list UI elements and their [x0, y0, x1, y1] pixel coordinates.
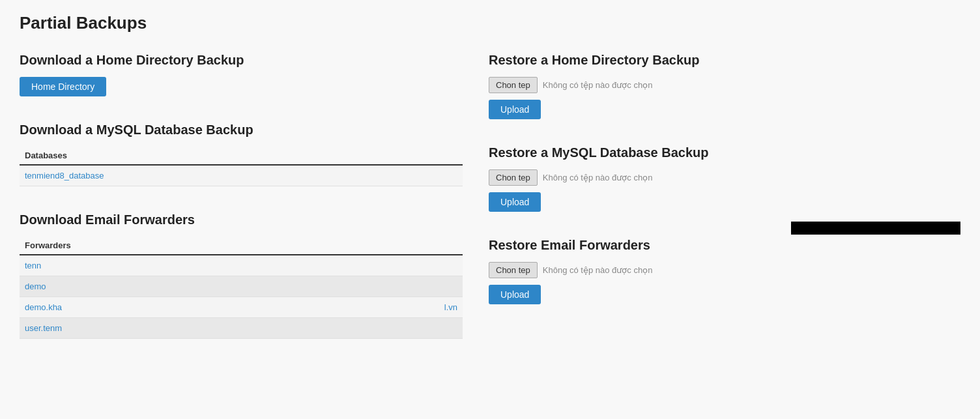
- mysql-file-input-row: Chon tep Không có tệp nào được chọn: [489, 169, 960, 186]
- home-dir-no-file-label: Không có tệp nào được chọn: [543, 80, 653, 90]
- email-forwarders-download-heading: Download Email Forwarders: [20, 212, 463, 227]
- table-row[interactable]: user.tenm: [20, 318, 463, 339]
- forwarder-row-col1: demo: [25, 282, 46, 291]
- table-row[interactable]: tenn: [20, 255, 463, 276]
- mysql-restore-heading: Restore a MySQL Database Backup: [489, 145, 960, 160]
- home-directory-button[interactable]: Home Directory: [20, 77, 106, 96]
- forwarder-row-col1: user.tenm: [25, 323, 62, 333]
- mysql-upload-button[interactable]: Upload: [489, 192, 541, 212]
- forwarder-row-col1: tenn: [25, 261, 41, 270]
- section-home-dir-restore: Restore a Home Directory Backup Chon tep…: [489, 53, 960, 119]
- black-bar-decoration: [791, 222, 960, 235]
- forwarder-row-col2: l.vn: [444, 302, 457, 312]
- email-forwarders-file-input-row: Chon tep Không có tệp nào được chọn: [489, 262, 960, 278]
- email-forwarders-choose-file-button[interactable]: Chon tep: [489, 262, 538, 278]
- home-dir-download-heading: Download a Home Directory Backup: [20, 53, 463, 68]
- email-forwarders-no-file-label: Không có tệp nào được chọn: [543, 265, 653, 275]
- table-row[interactable]: demo.kha l.vn: [20, 297, 463, 318]
- section-home-dir-download: Download a Home Directory Backup Home Di…: [20, 53, 463, 96]
- page-title: Partial Backups: [20, 13, 960, 33]
- section-mysql-restore: Restore a MySQL Database Backup Chon tep…: [489, 145, 960, 212]
- table-row[interactable]: tenmiend8_database: [20, 166, 463, 186]
- email-forwarders-restore-heading: Restore Email Forwarders: [489, 238, 960, 253]
- right-column: Restore a Home Directory Backup Chon tep…: [489, 53, 960, 365]
- left-column: Download a Home Directory Backup Home Di…: [20, 53, 463, 365]
- forwarders-table-header: Forwarders: [20, 237, 463, 255]
- home-dir-choose-file-button[interactable]: Chon tep: [489, 77, 538, 93]
- database-row-name: tenmiend8_database: [25, 171, 104, 181]
- mysql-download-heading: Download a MySQL Database Backup: [20, 123, 463, 137]
- databases-table-header: Databases: [20, 147, 463, 166]
- table-row[interactable]: demo: [20, 276, 463, 297]
- section-email-forwarders-download: Download Email Forwarders Forwarders ten…: [20, 212, 463, 339]
- home-dir-restore-heading: Restore a Home Directory Backup: [489, 53, 960, 68]
- email-forwarders-upload-button[interactable]: Upload: [489, 285, 541, 304]
- section-mysql-download: Download a MySQL Database Backup Databas…: [20, 123, 463, 186]
- mysql-choose-file-button[interactable]: Chon tep: [489, 169, 538, 186]
- databases-table: Databases tenmiend8_database: [20, 147, 463, 186]
- section-email-forwarders-restore: Restore Email Forwarders Chon tep Không …: [489, 238, 960, 304]
- home-dir-upload-button[interactable]: Upload: [489, 100, 541, 119]
- forwarders-table: Forwarders tenn demo demo.kha: [20, 237, 463, 339]
- home-dir-file-input-row: Chon tep Không có tệp nào được chọn: [489, 77, 960, 93]
- forwarder-row-col1: demo.kha: [25, 302, 62, 312]
- mysql-no-file-label: Không có tệp nào được chọn: [543, 173, 653, 182]
